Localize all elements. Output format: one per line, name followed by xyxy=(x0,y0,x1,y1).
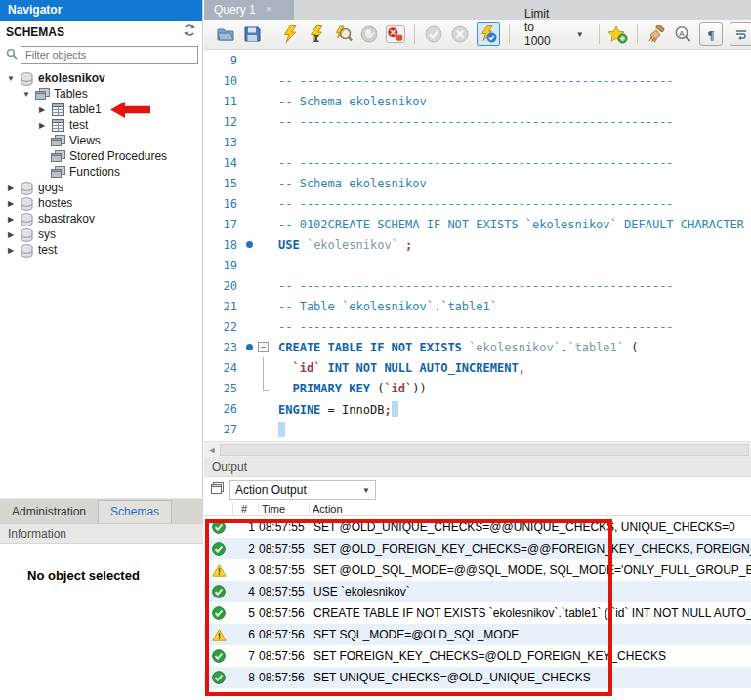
tab-query-1-label: Query 1 xyxy=(214,3,256,20)
tree-item-test[interactable]: ▶test xyxy=(0,117,202,133)
wrap-button[interactable] xyxy=(730,22,751,46)
explain-icon[interactable] xyxy=(333,24,353,44)
tree-item-gogs[interactable]: ▶gogs xyxy=(0,180,202,195)
svg-text:¶: ¶ xyxy=(707,27,714,41)
expand-closed-icon[interactable]: ▶ xyxy=(6,184,16,192)
row-index: 7 xyxy=(233,649,259,663)
line-marker-zone[interactable] xyxy=(241,275,278,296)
success-icon xyxy=(204,585,233,598)
line-marker-zone[interactable]: − xyxy=(241,337,278,357)
expand-closed-icon[interactable]: ▶ xyxy=(6,199,16,208)
execute-icon[interactable] xyxy=(280,24,300,44)
line-marker-zone[interactable] xyxy=(241,419,278,439)
fold-icon[interactable]: − xyxy=(258,342,269,352)
tree-item-hostes[interactable]: ▶hostes xyxy=(0,195,202,211)
expand-closed-icon[interactable]: ▶ xyxy=(37,121,47,130)
line-marker-zone[interactable] xyxy=(241,50,278,70)
tree-item-views[interactable]: Views xyxy=(0,133,202,148)
code-line-15: 15-- Schema ekolesnikov xyxy=(204,173,751,193)
code-line-10: 10-- -----------------------------------… xyxy=(204,70,751,91)
statement-marker-icon xyxy=(246,241,253,248)
output-row-1[interactable]: 108:57:55SET @OLD_UNIQUE_CHECKS=@@UNIQUE… xyxy=(204,516,751,538)
row-action: SET @OLD_SQL_MODE=@@SQL_MODE, SQL_MODE='… xyxy=(313,563,751,577)
line-marker-zone[interactable] xyxy=(241,357,278,378)
expand-closed-icon[interactable]: ▶ xyxy=(37,105,47,114)
information-panel: No object selected xyxy=(0,545,203,700)
line-number: 25 xyxy=(204,382,241,395)
toolbar-separator xyxy=(271,24,271,44)
save-icon[interactable] xyxy=(242,24,262,44)
line-marker-zone[interactable] xyxy=(241,398,278,419)
code-text: `id` INT NOT NULL AUTO_INCREMENT, xyxy=(278,361,751,375)
output-row-8[interactable]: 808:57:56SET UNIQUE_CHECKS=@OLD_UNIQUE_C… xyxy=(204,667,751,688)
tree-item-tables[interactable]: ▼Tables xyxy=(0,86,202,102)
pilcrow-button[interactable]: ¶ xyxy=(699,22,723,46)
output-row-6[interactable]: 608:57:56SET SQL_MODE=@OLD_SQL_MODE xyxy=(204,624,751,645)
tree-item-stored-procedures[interactable]: Stored Procedures xyxy=(0,148,202,164)
find-icon[interactable]: A xyxy=(673,24,692,44)
output-row-7[interactable]: 708:57:56SET FOREIGN_KEY_CHECKS=@OLD_FOR… xyxy=(204,645,751,667)
line-marker-zone[interactable] xyxy=(241,193,278,214)
add-snippet-icon[interactable] xyxy=(608,24,628,44)
line-marker-zone[interactable] xyxy=(241,214,278,234)
output-row-5[interactable]: 508:57:56CREATE TABLE IF NOT EXISTS `eko… xyxy=(204,602,751,624)
line-marker-zone[interactable] xyxy=(241,173,278,193)
output-type-select[interactable]: Action Output ▼ xyxy=(229,480,376,500)
line-marker-zone[interactable] xyxy=(241,296,278,316)
stop-on-error-icon[interactable] xyxy=(386,24,405,44)
navigator-panel-title: Navigator xyxy=(0,0,202,21)
line-marker-zone[interactable] xyxy=(241,234,278,255)
expand-open-icon[interactable]: ▼ xyxy=(6,74,16,83)
autocommit-toggle-icon[interactable] xyxy=(477,22,500,46)
open-file-icon[interactable] xyxy=(216,24,235,44)
close-tab-icon[interactable]: × xyxy=(266,3,271,20)
line-number: 18 xyxy=(204,238,241,252)
line-marker-zone[interactable] xyxy=(241,378,278,398)
sidebar-tab-schemas[interactable]: Schemas xyxy=(98,500,172,523)
line-marker-zone[interactable] xyxy=(241,316,278,337)
tree-item-ekolesnikov[interactable]: ▼ekolesnikov xyxy=(0,70,202,86)
tree-item-label: Views xyxy=(69,134,101,147)
tree-item-sys[interactable]: ▶sys xyxy=(0,226,202,242)
text-cursor xyxy=(392,401,398,417)
line-marker-zone[interactable] xyxy=(241,111,278,132)
tree-item-table1[interactable]: ▶table1 xyxy=(0,102,202,117)
filter-input[interactable] xyxy=(21,46,198,64)
tree-item-sbastrakov[interactable]: ▶sbastrakov xyxy=(0,211,202,226)
expand-closed-icon[interactable]: ▶ xyxy=(6,230,16,239)
row-time: 08:57:55 xyxy=(259,520,313,534)
beautify-icon[interactable] xyxy=(647,24,666,44)
execute-current-icon[interactable] xyxy=(307,24,326,44)
line-number: 9 xyxy=(204,54,241,67)
tree-item-test[interactable]: ▶test xyxy=(0,242,202,258)
sql-editor[interactable]: 910-- ----------------------------------… xyxy=(204,50,751,441)
expand-closed-icon[interactable]: ▶ xyxy=(6,215,16,224)
sidebar-tab-administration[interactable]: Administration xyxy=(0,501,98,523)
line-marker-zone[interactable] xyxy=(241,70,278,91)
commit-icon[interactable] xyxy=(424,24,443,44)
output-row-2[interactable]: 208:57:55SET @OLD_FOREIGN_KEY_CHECKS=@@F… xyxy=(204,538,751,559)
db-icon xyxy=(20,244,34,257)
code-line-24: 24 `id` INT NOT NULL AUTO_INCREMENT, xyxy=(204,357,751,378)
line-marker-zone[interactable] xyxy=(241,152,278,173)
tree-item-functions[interactable]: Functions xyxy=(0,164,202,180)
output-row-3[interactable]: 308:57:55SET @OLD_SQL_MODE=@@SQL_MODE, S… xyxy=(204,559,751,581)
toolbar-separator xyxy=(414,24,415,44)
scrollbar-thumb[interactable] xyxy=(220,444,749,456)
tree-item-label: hostes xyxy=(38,196,72,210)
tab-query-1[interactable]: Query 1 × xyxy=(204,0,294,20)
refresh-icon[interactable] xyxy=(183,24,196,39)
scroll-left-icon[interactable]: ◄ xyxy=(204,445,220,455)
horizontal-scrollbar[interactable]: ◄ xyxy=(204,441,751,457)
line-marker-zone[interactable] xyxy=(241,91,278,111)
stop-icon[interactable] xyxy=(359,24,379,44)
output-row-4[interactable]: 408:57:55USE `ekolesnikov` xyxy=(204,581,751,602)
line-number: 23 xyxy=(204,341,241,354)
code-line-27: 27 xyxy=(204,419,751,439)
line-marker-zone[interactable] xyxy=(241,132,278,152)
line-marker-zone[interactable] xyxy=(241,255,278,275)
output-toolbar: Action Output ▼ xyxy=(204,477,751,503)
rollback-icon[interactable] xyxy=(450,24,470,44)
expand-open-icon[interactable]: ▼ xyxy=(21,90,31,99)
expand-closed-icon[interactable]: ▶ xyxy=(6,246,16,255)
